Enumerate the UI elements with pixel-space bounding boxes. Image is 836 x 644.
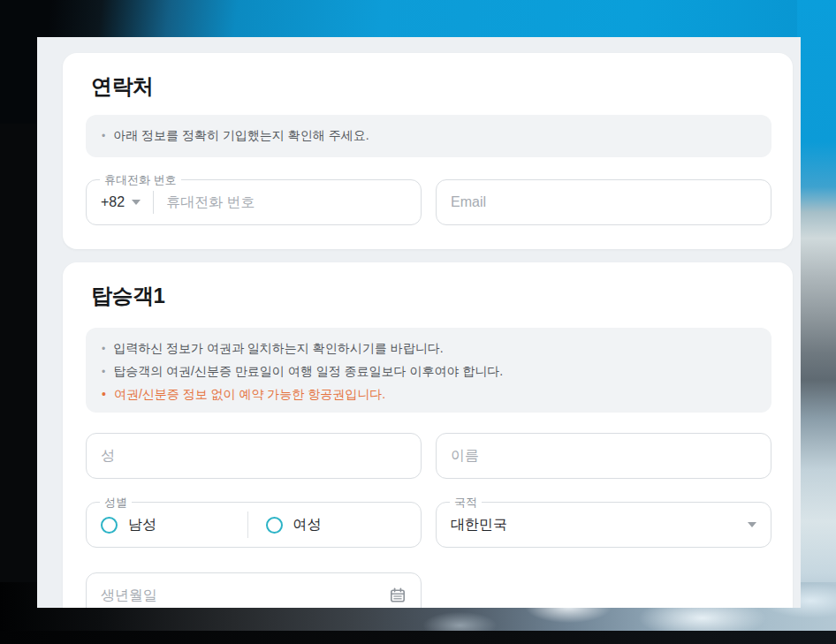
- birth-date-field[interactable]: [86, 572, 422, 608]
- passenger-notice-line-highlight: • 여권/신분증 정보 없이 예약 가능한 항공권입니다.: [102, 383, 756, 405]
- passenger-notice-line: • 입력하신 정보가 여권과 일치하는지 확인하시기를 바랍니다.: [102, 337, 756, 360]
- gender-female-label: 여성: [293, 516, 322, 534]
- bullet-icon: •: [102, 361, 105, 383]
- first-name-field[interactable]: [436, 433, 771, 479]
- contact-notice: • 아래 정보를 정확히 기입했는지 확인해 주세요.: [86, 115, 771, 157]
- calendar-icon: [389, 587, 407, 604]
- nationality-field-label: 국적: [450, 495, 482, 510]
- passenger-section: 탑승객1 • 입력하신 정보가 여권과 일치하는지 확인하시기를 바랍니다. •…: [63, 262, 793, 608]
- gender-field-label: 성별: [100, 495, 132, 510]
- first-name-input[interactable]: [451, 448, 756, 464]
- background-bottom-strip: [0, 631, 836, 644]
- phone-field-label: 휴대전화 번호: [100, 172, 181, 187]
- bullet-icon: •: [102, 338, 105, 360]
- passenger-notice-text: 입력하신 정보가 여권과 일치하는지 확인하시기를 바랍니다.: [113, 337, 443, 360]
- gender-male-option[interactable]: 남성: [101, 516, 242, 534]
- chevron-down-icon: [132, 200, 141, 205]
- radio-unchecked-icon: [101, 517, 118, 534]
- gender-female-option[interactable]: 여성: [254, 516, 407, 534]
- field-divider: [247, 511, 248, 538]
- background-sky-right: [797, 0, 836, 644]
- nationality-value: 대한민국: [451, 516, 748, 534]
- field-divider: [153, 191, 154, 214]
- gender-field: 성별 남성 여성: [86, 502, 422, 548]
- passenger-notice-text-highlight: 여권/신분증 정보 없이 예약 가능한 항공권입니다.: [114, 383, 385, 405]
- bullet-icon: •: [102, 130, 105, 142]
- country-code-value: +82: [101, 194, 125, 210]
- phone-input[interactable]: [166, 194, 407, 210]
- phone-field[interactable]: 휴대전화 번호 +82: [86, 179, 422, 225]
- radio-unchecked-icon: [266, 517, 283, 534]
- email-field[interactable]: [436, 179, 771, 225]
- passenger-notice-text: 탑승객의 여권/신분증 만료일이 여행 일정 종료일보다 이후여야 합니다.: [113, 360, 503, 383]
- passenger-notice: • 입력하신 정보가 여권과 일치하는지 확인하시기를 바랍니다. • 탑승객의…: [86, 328, 771, 413]
- contact-section-title: 연락처: [91, 72, 154, 101]
- country-code-select[interactable]: +82: [101, 194, 141, 210]
- passenger-notice-line: • 탑승객의 여권/신분증 만료일이 여행 일정 종료일보다 이후여야 합니다.: [102, 360, 756, 383]
- nationality-select[interactable]: 국적 대한민국: [436, 502, 771, 548]
- gender-male-label: 남성: [128, 516, 156, 534]
- bullet-icon: •: [102, 383, 106, 405]
- chevron-down-icon: [748, 522, 756, 527]
- contact-section: 연락처 • 아래 정보를 정확히 기입했는지 확인해 주세요. 휴대전화 번호 …: [63, 53, 793, 249]
- last-name-field[interactable]: [86, 433, 422, 479]
- email-input[interactable]: [451, 194, 756, 210]
- passenger-section-title: 탑승객1: [91, 282, 164, 310]
- booking-form-panel: 연락처 • 아래 정보를 정확히 기입했는지 확인해 주세요. 휴대전화 번호 …: [37, 37, 801, 608]
- last-name-input[interactable]: [101, 448, 407, 464]
- contact-notice-text: 아래 정보를 정확히 기입했는지 확인해 주세요.: [113, 128, 369, 144]
- birth-date-input[interactable]: [101, 587, 382, 603]
